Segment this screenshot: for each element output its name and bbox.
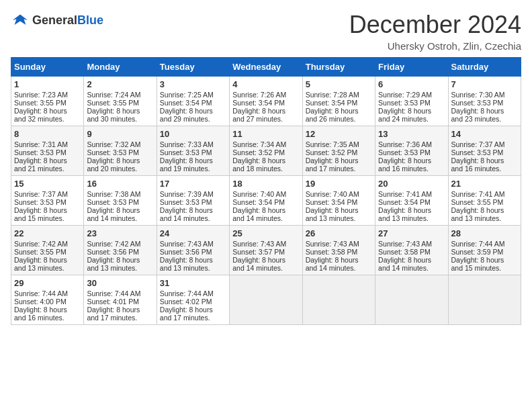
page-header: GeneralBlue December 2024 Uhersky Ostroh… bbox=[11, 11, 521, 52]
calendar-cell bbox=[375, 275, 448, 325]
day-number: 1 bbox=[14, 79, 81, 89]
day-info: Sunrise: 7:29 AM bbox=[378, 91, 445, 99]
calendar-cell: 26Sunrise: 7:43 AMSunset: 3:58 PMDayligh… bbox=[302, 226, 375, 275]
day-info: and 14 minutes. bbox=[232, 264, 299, 272]
day-info: and 17 minutes. bbox=[306, 165, 372, 173]
day-info: Daylight: 8 hours bbox=[378, 206, 445, 214]
calendar-cell: 30Sunrise: 7:44 AMSunset: 4:01 PMDayligh… bbox=[84, 275, 157, 325]
day-number: 29 bbox=[14, 278, 81, 288]
day-number: 23 bbox=[87, 228, 153, 238]
day-info: Sunset: 3:53 PM bbox=[378, 148, 445, 156]
day-info: and 21 minutes. bbox=[14, 165, 81, 173]
day-info: Sunrise: 7:43 AM bbox=[160, 240, 226, 248]
day-info: Sunrise: 7:44 AM bbox=[14, 289, 81, 298]
day-info: Sunrise: 7:36 AM bbox=[378, 140, 445, 148]
day-info: and 32 minutes. bbox=[14, 115, 81, 123]
day-info: and 13 minutes. bbox=[378, 214, 445, 222]
logo: GeneralBlue bbox=[11, 11, 103, 30]
calendar-cell: 1Sunrise: 7:23 AMSunset: 3:55 PMDaylight… bbox=[11, 77, 84, 126]
day-info: Sunrise: 7:37 AM bbox=[451, 140, 518, 148]
calendar-cell: 25Sunrise: 7:43 AMSunset: 3:57 PMDayligh… bbox=[230, 226, 302, 275]
calendar-week-row: 15Sunrise: 7:37 AMSunset: 3:53 PMDayligh… bbox=[11, 176, 521, 226]
day-number: 3 bbox=[160, 79, 226, 89]
day-info: Sunrise: 7:40 AM bbox=[306, 190, 372, 198]
calendar-cell: 6Sunrise: 7:29 AMSunset: 3:53 PMDaylight… bbox=[375, 77, 448, 126]
calendar-cell: 11Sunrise: 7:34 AMSunset: 3:52 PMDayligh… bbox=[230, 126, 302, 176]
day-info: Sunset: 3:53 PM bbox=[451, 148, 518, 156]
day-number: 27 bbox=[378, 228, 445, 238]
day-info: Sunset: 3:54 PM bbox=[232, 198, 299, 206]
day-number: 17 bbox=[160, 179, 226, 189]
calendar-week-row: 22Sunrise: 7:42 AMSunset: 3:55 PMDayligh… bbox=[11, 226, 521, 275]
calendar-cell: 22Sunrise: 7:42 AMSunset: 3:55 PMDayligh… bbox=[11, 226, 84, 275]
day-info: and 14 minutes. bbox=[378, 264, 445, 272]
calendar-cell: 17Sunrise: 7:39 AMSunset: 3:53 PMDayligh… bbox=[157, 176, 229, 226]
day-info: and 15 minutes. bbox=[451, 264, 518, 272]
day-info: Sunrise: 7:25 AM bbox=[160, 91, 226, 99]
calendar-cell: 2Sunrise: 7:24 AMSunset: 3:55 PMDaylight… bbox=[84, 77, 157, 126]
day-info: and 20 minutes. bbox=[87, 165, 153, 173]
day-number: 14 bbox=[451, 129, 518, 139]
day-info: Daylight: 8 hours bbox=[232, 107, 299, 115]
day-info: and 16 minutes. bbox=[451, 165, 518, 173]
day-info: and 30 minutes. bbox=[87, 115, 153, 123]
day-info: Sunset: 3:54 PM bbox=[306, 99, 372, 107]
day-info: Sunrise: 7:44 AM bbox=[87, 289, 153, 298]
day-number: 15 bbox=[14, 179, 81, 189]
day-info: and 24 minutes. bbox=[378, 115, 445, 123]
day-number: 30 bbox=[87, 278, 153, 288]
day-info: Sunrise: 7:42 AM bbox=[87, 240, 153, 248]
day-number: 16 bbox=[87, 179, 153, 189]
day-number: 22 bbox=[14, 228, 81, 238]
calendar-cell bbox=[448, 275, 521, 325]
day-info: Sunset: 4:00 PM bbox=[14, 298, 81, 306]
day-number: 7 bbox=[451, 79, 518, 89]
day-info: Daylight: 8 hours bbox=[306, 206, 372, 214]
day-info: Daylight: 8 hours bbox=[160, 256, 226, 264]
day-info: Sunrise: 7:37 AM bbox=[14, 190, 81, 198]
day-info: Sunrise: 7:23 AM bbox=[14, 91, 81, 99]
calendar-cell: 28Sunrise: 7:44 AMSunset: 3:59 PMDayligh… bbox=[448, 226, 521, 275]
day-info: Sunset: 3:53 PM bbox=[378, 99, 445, 107]
day-info: Sunrise: 7:30 AM bbox=[451, 91, 518, 99]
day-info: Sunset: 3:55 PM bbox=[14, 248, 81, 256]
day-info: Sunrise: 7:40 AM bbox=[232, 190, 299, 198]
calendar-table: SundayMondayTuesdayWednesdayThursdayFrid… bbox=[11, 57, 521, 325]
day-info: Daylight: 8 hours bbox=[87, 156, 153, 165]
day-info: Sunrise: 7:28 AM bbox=[306, 91, 372, 99]
logo-blue: Blue bbox=[77, 13, 103, 28]
day-info: Sunrise: 7:33 AM bbox=[160, 140, 226, 148]
day-info: Daylight: 8 hours bbox=[87, 256, 153, 264]
day-info: Sunrise: 7:44 AM bbox=[160, 289, 226, 298]
day-info: Sunset: 3:55 PM bbox=[87, 99, 153, 107]
day-info: Daylight: 8 hours bbox=[160, 306, 226, 314]
day-info: and 27 minutes. bbox=[232, 115, 299, 123]
day-number: 9 bbox=[87, 129, 153, 139]
day-info: Daylight: 8 hours bbox=[232, 156, 299, 165]
day-info: Daylight: 8 hours bbox=[160, 206, 226, 214]
day-info: Sunrise: 7:24 AM bbox=[87, 91, 153, 99]
calendar-cell: 16Sunrise: 7:38 AMSunset: 3:53 PMDayligh… bbox=[84, 176, 157, 226]
day-info: and 15 minutes. bbox=[14, 214, 81, 222]
weekday-header: Saturday bbox=[448, 58, 521, 77]
weekday-header: Monday bbox=[84, 58, 157, 77]
title-block: December 2024 Uhersky Ostroh, Zlin, Czec… bbox=[349, 11, 521, 52]
day-info: Sunrise: 7:26 AM bbox=[232, 91, 299, 99]
calendar-cell: 9Sunrise: 7:32 AMSunset: 3:53 PMDaylight… bbox=[84, 126, 157, 176]
day-info: Daylight: 8 hours bbox=[160, 107, 226, 115]
day-info: Sunrise: 7:41 AM bbox=[451, 190, 518, 198]
day-info: Daylight: 8 hours bbox=[451, 107, 518, 115]
day-info: and 13 minutes. bbox=[14, 264, 81, 272]
day-info: Daylight: 8 hours bbox=[14, 156, 81, 165]
day-info: Sunrise: 7:44 AM bbox=[451, 240, 518, 248]
day-info: Sunset: 3:54 PM bbox=[378, 198, 445, 206]
day-info: and 16 minutes. bbox=[14, 314, 81, 322]
day-info: and 14 minutes. bbox=[160, 214, 226, 222]
day-info: Daylight: 8 hours bbox=[87, 206, 153, 214]
day-info: Sunrise: 7:43 AM bbox=[306, 240, 372, 248]
day-number: 2 bbox=[87, 79, 153, 89]
calendar-cell: 24Sunrise: 7:43 AMSunset: 3:56 PMDayligh… bbox=[157, 226, 229, 275]
day-number: 8 bbox=[14, 129, 81, 139]
day-info: Daylight: 8 hours bbox=[306, 156, 372, 165]
day-info: and 14 minutes. bbox=[306, 264, 372, 272]
